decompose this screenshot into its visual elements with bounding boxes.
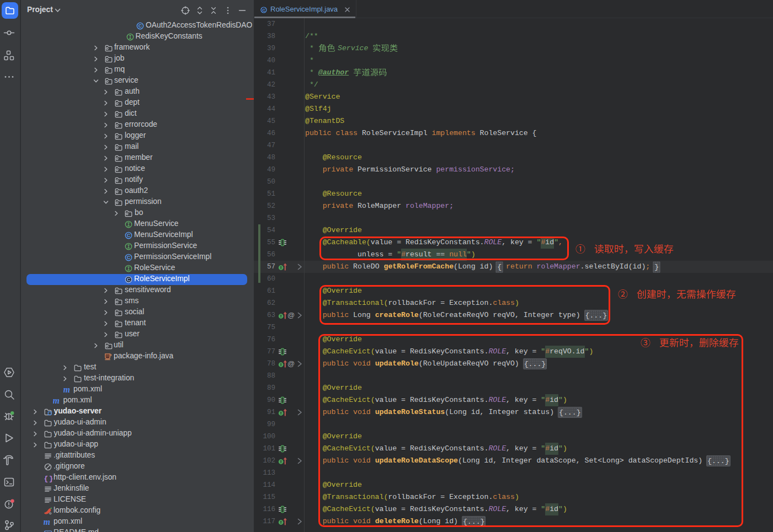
svg-text:{}: {} bbox=[44, 475, 53, 483]
svg-text:C: C bbox=[127, 277, 131, 282]
svg-text:C: C bbox=[127, 233, 131, 238]
svg-text:C: C bbox=[138, 23, 142, 29]
svg-text:C: C bbox=[127, 255, 131, 260]
svg-text:m: m bbox=[53, 396, 60, 405]
svg-text:m: m bbox=[44, 518, 50, 526]
svg-text:m: m bbox=[63, 385, 70, 394]
svg-text:C: C bbox=[262, 8, 265, 13]
